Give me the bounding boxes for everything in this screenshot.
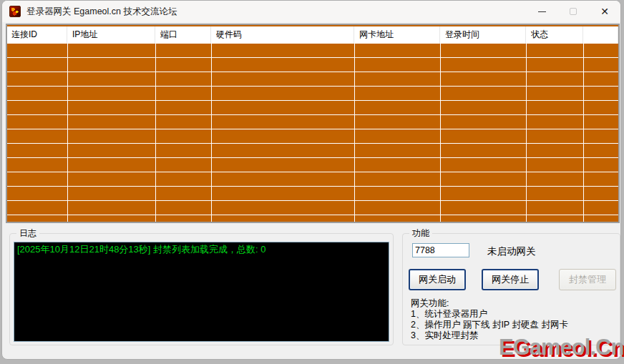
port-input[interactable]	[412, 243, 469, 257]
table-cell	[7, 87, 67, 100]
column-header[interactable]: 硬件码	[212, 26, 354, 44]
table-cell	[212, 201, 354, 215]
table-cell	[68, 129, 155, 143]
table-cell	[527, 201, 583, 215]
table-cell	[441, 101, 526, 114]
info-line: 2、操作用户 踢下线 封IP 封硬盘 封网卡	[411, 320, 568, 330]
table-cell	[355, 215, 440, 223]
log-group-label: 日志	[16, 228, 39, 239]
table-cell	[584, 72, 618, 86]
table-cell	[7, 115, 67, 129]
gateway-stop-button[interactable]: 网关停止	[482, 269, 539, 290]
table-cell	[355, 144, 440, 157]
table-cell	[68, 87, 155, 100]
close-icon: ✕	[600, 6, 609, 16]
table-cell	[68, 215, 155, 223]
table-cell	[355, 187, 440, 200]
column-header[interactable]: 登录时间	[441, 26, 526, 44]
column-header[interactable]	[584, 26, 618, 44]
table-cell	[212, 158, 354, 172]
table-cell	[68, 72, 155, 86]
table-cell	[156, 129, 211, 143]
connections-table[interactable]: 连接IDIP地址端口硬件码网卡地址登录时间状态	[6, 24, 620, 223]
close-button[interactable]: ✕	[589, 1, 620, 22]
table-cell	[156, 44, 211, 57]
table-cell	[156, 101, 211, 114]
table-cell	[355, 172, 440, 186]
table-cell	[7, 158, 67, 172]
table-cell	[441, 115, 526, 129]
table-row	[7, 215, 618, 223]
column-header[interactable]: 端口	[156, 26, 211, 44]
log-console[interactable]: [2025年10月12日21时48分13秒] 封禁列表加载完成，总数: 0	[14, 242, 389, 342]
table-cell	[355, 87, 440, 100]
table-cell	[7, 172, 67, 186]
table-cell	[7, 72, 67, 86]
table-cell	[7, 144, 67, 157]
table-row	[7, 72, 618, 86]
table-cell	[441, 72, 526, 86]
column-header[interactable]: 连接ID	[7, 26, 67, 44]
table-cell	[527, 144, 583, 157]
maximize-button[interactable]	[557, 1, 589, 22]
column-header[interactable]: IP地址	[68, 26, 155, 44]
ban-manage-button: 封禁管理	[559, 269, 616, 290]
minimize-icon	[538, 11, 546, 12]
table-row	[7, 129, 618, 143]
minimize-button[interactable]	[526, 1, 557, 22]
log-entry: [2025年10月12日21时48分13秒] 封禁列表加载完成，总数: 0	[17, 243, 386, 255]
table-cell	[584, 101, 618, 114]
table-cell	[441, 44, 526, 57]
table-cell	[212, 129, 354, 143]
table-cell	[527, 101, 583, 114]
table-cell	[355, 58, 440, 72]
table-cell	[156, 87, 211, 100]
table-cell	[355, 101, 440, 114]
table-cell	[527, 115, 583, 129]
table-cell	[212, 172, 354, 186]
table-cell	[527, 172, 583, 186]
table-cell	[355, 44, 440, 57]
table-cell	[584, 44, 618, 57]
table-cell	[7, 44, 67, 57]
info-line: 1、统计登录器用户	[411, 309, 568, 320]
table-cell	[7, 187, 67, 200]
table-cell	[584, 144, 618, 157]
table-cell	[584, 115, 618, 129]
table-cell	[441, 158, 526, 172]
caption-buttons: ✕	[526, 1, 620, 22]
table-row	[7, 158, 618, 172]
info-line: 网关功能:	[411, 298, 568, 309]
table-cell	[355, 72, 440, 86]
table-cell	[156, 72, 211, 86]
table-cell	[156, 215, 211, 223]
table-cell	[584, 187, 618, 200]
window-title: 登录器网关 Egameol.cn 技术交流论坛	[26, 6, 177, 18]
table-row	[7, 87, 618, 100]
column-header[interactable]: 网卡地址	[355, 26, 440, 44]
table-cell	[212, 187, 354, 200]
table-cell	[584, 158, 618, 172]
table-cell	[212, 115, 354, 129]
table-cell	[68, 115, 155, 129]
table-cell	[527, 215, 583, 223]
table-cell	[7, 201, 67, 215]
table-cell	[212, 144, 354, 157]
table-cell	[441, 215, 526, 223]
gateway-start-button[interactable]: 网关启动	[409, 269, 466, 290]
table-cell	[212, 72, 354, 86]
table-cell	[527, 187, 583, 200]
table-cell	[441, 172, 526, 186]
table-row	[7, 101, 618, 114]
table-row	[7, 201, 618, 215]
column-header[interactable]: 状态	[527, 26, 583, 44]
app-window: 登录器网关 Egameol.cn 技术交流论坛 ✕ 连接IDIP地址端口硬件码网…	[1, 0, 621, 360]
table-body	[7, 44, 618, 223]
table-cell	[355, 115, 440, 129]
table-cell	[355, 129, 440, 143]
table-cell	[441, 87, 526, 100]
table-cell	[441, 58, 526, 72]
table-cell	[527, 44, 583, 57]
table-cell	[68, 144, 155, 157]
table-cell	[156, 172, 211, 186]
